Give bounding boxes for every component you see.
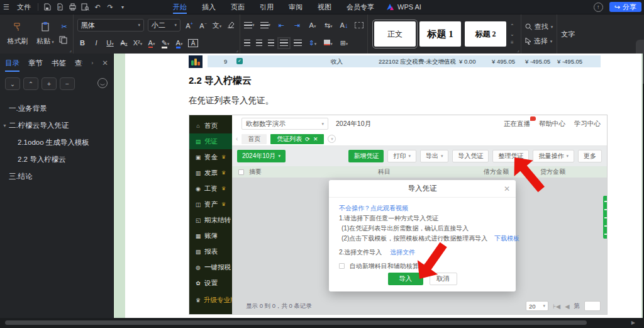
decrease-indent-icon[interactable]: ⇤ [276, 21, 286, 30]
export-button[interactable]: 导出▾ [420, 150, 449, 162]
undo-icon[interactable]: ↶ [91, 0, 104, 14]
batch-operation-button[interactable]: 批量操作▾ [533, 150, 574, 162]
styles-scroll-down-icon[interactable]: ⌄ [510, 31, 514, 37]
document-page[interactable]: 9 ✓ 收入 222102 应交税费-未交增值税 ¥ 0.00 ¥ 495.05… [125, 54, 641, 318]
format-painter-button[interactable]: 格式刷 [4, 16, 31, 52]
borders-icon[interactable]: ⊞▾ [339, 39, 349, 47]
print-icon[interactable] [66, 0, 79, 14]
toc-close-icon[interactable]: ✕ [102, 59, 108, 67]
sidebar-item-closing[interactable]: ◱期末结转 [189, 212, 232, 228]
strikethrough-button[interactable]: A▾ [119, 39, 129, 47]
sidebar-item-invoice[interactable]: ▥发票♛ [189, 165, 232, 181]
close-tab-icon[interactable]: ✕ [313, 136, 318, 142]
toc-prev-heading-button[interactable]: ⌃ [23, 77, 38, 90]
toc-settings-icon[interactable] [97, 77, 108, 90]
cut-icon[interactable]: ✂ [59, 23, 69, 31]
page-number-input[interactable] [584, 301, 601, 311]
underline-button[interactable]: U▾ [105, 39, 115, 47]
style-normal[interactable]: 正文 [374, 21, 416, 47]
font-size-select[interactable]: 小二▾ [148, 19, 180, 31]
shading-icon[interactable]: ▾ [323, 39, 333, 47]
collapse-triangle-icon[interactable]: ▼ [3, 123, 7, 128]
print-button[interactable]: 打印▾ [387, 150, 416, 162]
cloud-upload-icon[interactable]: ↑ [594, 3, 603, 12]
modal-close-icon[interactable]: ✕ [504, 184, 510, 193]
learning-center-link[interactable]: 学习中心 [574, 120, 601, 128]
sidebar-item-assets[interactable]: ◫资产♛ [189, 196, 232, 212]
share-button[interactable]: ↪ 分享 [609, 2, 641, 12]
wrap-icon[interactable]: ⇆▾ [323, 21, 333, 30]
paste-button[interactable]: 粘贴 ▾ [31, 16, 59, 52]
sidebar-item-upgrade[interactable]: ♛升级专业版 [189, 292, 232, 308]
tab-reference[interactable]: 引用 [252, 0, 281, 14]
help-center-link[interactable]: 帮助中心 [539, 120, 565, 128]
sidebar-item-tax[interactable]: ◍一键报税 [189, 259, 232, 275]
prev-page-icon[interactable]: ◀ [565, 303, 569, 310]
toc-expand-all-button[interactable]: + [42, 77, 57, 90]
align-center-icon[interactable] [256, 40, 262, 47]
distribute-icon[interactable] [294, 40, 302, 47]
toc-collapse-all-button[interactable]: − [60, 77, 75, 90]
font-name-select[interactable]: 黑体▾ [77, 19, 144, 31]
align-right-icon[interactable] [268, 40, 274, 47]
sidebar-item-voucher[interactable]: ▤凭证 [189, 133, 232, 149]
find-button[interactable]: 查找▾ [525, 22, 553, 31]
toc-tab-catalog[interactable]: 目录 [5, 59, 19, 68]
sidebar-item-home[interactable]: ⌂首页 [189, 118, 232, 133]
dialog-launcher-icon[interactable]: ⌟ [517, 47, 519, 53]
first-page-icon[interactable]: ⊦◀ [553, 303, 560, 310]
toc-item[interactable]: 一.业务背景 [0, 100, 113, 117]
sidebar-item-books[interactable]: ▦账簿 [189, 228, 232, 244]
increase-indent-icon[interactable]: ⇥ [292, 21, 302, 30]
justify-icon[interactable] [280, 40, 288, 47]
dialog-launcher-icon[interactable]: ⌟ [69, 47, 72, 53]
style-heading2[interactable]: 标题 2 [465, 21, 506, 47]
toc-tab-chapter[interactable]: 章节 [28, 59, 43, 68]
highlight-button[interactable]: ✎▾ [160, 39, 170, 47]
frame-icon[interactable] [355, 22, 364, 28]
choose-file-link[interactable]: 选择文件 [390, 249, 415, 256]
app-tab-home[interactable]: 首页 [242, 134, 267, 144]
new-voucher-button[interactable]: 新增凭证 [348, 150, 384, 162]
toc-tabs-more-icon[interactable]: › [91, 60, 93, 66]
import-voucher-button[interactable]: 导入凭证 [452, 150, 489, 162]
export-pdf-icon[interactable]: P [53, 0, 66, 14]
style-heading1[interactable]: 标题 1 [419, 21, 461, 47]
redo-icon[interactable]: ↷ [104, 0, 116, 14]
dialog-launcher-icon[interactable]: ⌟ [236, 47, 238, 53]
tab-page[interactable]: 页面 [223, 0, 252, 14]
toc-item[interactable]: 2.2 导入柠檬云 [0, 151, 113, 168]
app-tab-voucher-list[interactable]: 凭证列表 ⟳ ✕ [270, 134, 324, 144]
download-template-link[interactable]: 下载模板 [494, 235, 519, 242]
auto-add-checkbox[interactable] [339, 263, 345, 269]
styles-scroll-up-icon[interactable]: ⌃ [510, 23, 514, 29]
tab-dropdown-icon[interactable]: ▾ [328, 135, 336, 143]
text-tool-button[interactable]: 文字 [561, 30, 575, 39]
refresh-icon[interactable]: ⟳ [305, 136, 310, 142]
main-menu-icon[interactable]: ☰ [0, 0, 13, 14]
font-color-button[interactable]: A▾ [174, 39, 184, 47]
bullet-list-icon[interactable]: ▾ [244, 22, 255, 29]
side-float-tab[interactable] [603, 196, 608, 239]
toc-item[interactable]: 2.1odoo 生成导入模板 [0, 134, 113, 151]
toc-item[interactable]: ▼二.柠檬云导入凭证 [0, 117, 113, 134]
clear-format-icon[interactable] [226, 21, 236, 30]
horizontal-scrollbar[interactable]: ▶ [0, 318, 644, 328]
sidebar-item-funds[interactable]: ▣资金♛ [189, 149, 232, 165]
toc-next-heading-button[interactable]: ⌄ [5, 77, 20, 90]
italic-button[interactable]: I [91, 39, 101, 47]
page-size-select[interactable]: 20▾ [526, 301, 548, 311]
sidebar-item-reports[interactable]: ▧报表 [189, 244, 232, 259]
more-button[interactable]: 更多 [578, 150, 602, 162]
sort-icon[interactable]: A↓ [339, 21, 349, 29]
styles-expand-icon[interactable]: ≡ [510, 40, 514, 45]
toc-tab-bookmark[interactable]: 书签 [52, 59, 66, 68]
phonetic-guide-icon[interactable]: 文▾ [212, 21, 222, 30]
numbered-list-icon[interactable]: ▾ [260, 22, 271, 29]
decrease-font-icon[interactable]: A− [198, 21, 208, 30]
live-link[interactable]: 正在直播 [504, 120, 530, 128]
select-all-checkbox[interactable] [238, 169, 244, 175]
bold-button[interactable]: B [77, 39, 87, 47]
tab-view[interactable]: 视图 [310, 0, 339, 14]
scroll-right-icon[interactable]: ▶ [631, 320, 635, 325]
